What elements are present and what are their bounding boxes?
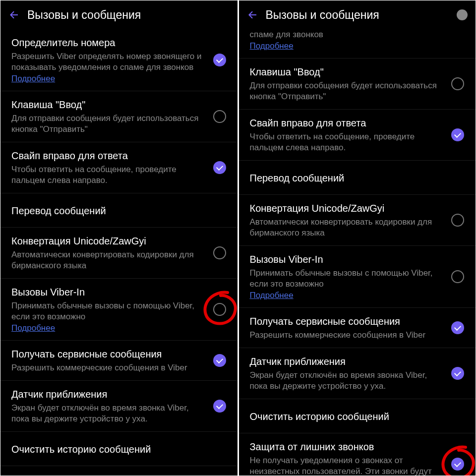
screenshot-right: Вызовы и сообщения спаме для звонковПодр… — [239, 0, 476, 476]
row-title: Вызовы Viber-In — [250, 253, 444, 266]
toggle-off-icon[interactable] — [449, 214, 467, 227]
more-link[interactable]: Подробнее — [11, 323, 55, 333]
settings-row[interactable]: Получать сервисные сообщенияРазрешить ко… — [239, 308, 476, 348]
settings-row[interactable]: Датчик приближенияЭкран будет отключён в… — [0, 381, 238, 432]
back-arrow-icon[interactable] — [244, 6, 261, 23]
toggle-off-icon[interactable] — [449, 77, 467, 90]
settings-row[interactable]: Получать сервисные сообщенияРазрешить ко… — [0, 341, 238, 381]
touch-indicator-icon — [457, 9, 468, 20]
section-title: Очистить историю сообщений — [250, 410, 465, 423]
row-description: Автоматически конвертировать кодировки д… — [250, 217, 444, 238]
header: Вызовы и сообщения — [239, 0, 476, 29]
toggle-on-icon[interactable] — [449, 367, 467, 380]
settings-row[interactable]: Определитель номераРазрешить Viber опред… — [0, 29, 238, 91]
row-description: Разрешить коммерческие сообщения в Viber — [11, 362, 206, 373]
settings-row[interactable]: Клавиша "Ввод"Для отправки сообщения буд… — [239, 59, 476, 110]
section-title: Перевод сообщений — [11, 204, 227, 217]
settings-row[interactable]: Датчик приближенияЭкран будет отключён в… — [239, 348, 476, 399]
more-link[interactable]: Подробнее — [250, 291, 294, 300]
section-header[interactable]: Перевод сообщений — [239, 161, 476, 195]
toggle-off-icon[interactable] — [211, 110, 229, 123]
toggle-on-icon[interactable] — [211, 400, 229, 413]
settings-row[interactable]: Свайп вправо для ответаЧтобы ответить на… — [239, 110, 476, 161]
row-title: Определитель номера — [11, 36, 206, 49]
row-title: Датчик приближения — [11, 388, 206, 401]
row-description: Чтобы ответить на сообщение, проведите п… — [250, 131, 444, 153]
settings-row[interactable]: Защита от лишних звонковНе получать увед… — [239, 433, 476, 476]
section-title: Очистить историю сообщений — [11, 443, 227, 456]
row-title: Клавиша "Ввод" — [11, 98, 206, 111]
row-description: Не получать уведомления о звонках от неи… — [250, 455, 444, 476]
section-header[interactable]: Очистить историю сообщений — [239, 399, 476, 433]
toggle-off-icon[interactable] — [449, 270, 467, 283]
row-description: Автоматически конвертировать кодировки д… — [11, 249, 206, 271]
settings-list[interactable]: Определитель номераРазрешить Viber опред… — [0, 29, 238, 476]
row-description: Для отправки сообщения будет использоват… — [11, 113, 206, 135]
section-header[interactable]: Перевод сообщений — [0, 193, 238, 228]
toggle-off-icon[interactable] — [211, 303, 229, 316]
toggle-on-icon[interactable] — [211, 161, 229, 174]
section-title: Перевод сообщений — [250, 172, 465, 184]
row-title: Вызовы Viber-In — [11, 286, 206, 298]
row-title: Конвертация Unicode/ZawGyi — [11, 235, 206, 247]
row-description: Разрешить Viber определять номер звоняще… — [11, 51, 206, 73]
toggle-off-icon[interactable] — [211, 246, 229, 259]
page-title: Вызовы и сообщения — [266, 8, 379, 22]
row-description: Принимать обычные вызовы с помощью Viber… — [250, 268, 444, 290]
row-title: Конвертация Unicode/ZawGyi — [250, 202, 444, 215]
row-description: Чтобы ответить на сообщение, проведите п… — [11, 164, 206, 186]
toggle-on-icon[interactable] — [211, 354, 229, 367]
toggle-on-icon[interactable] — [449, 128, 467, 141]
toggle-on-icon[interactable] — [211, 54, 229, 66]
settings-row[interactable]: Вызовы Viber-InПринимать обычные вызовы … — [239, 246, 476, 308]
settings-row[interactable]: Свайп вправо для ответаЧтобы ответить на… — [0, 142, 238, 193]
settings-row[interactable]: Клавиша "Ввод"Для отправки сообщения буд… — [0, 91, 238, 142]
row-title: Датчик приближения — [250, 355, 444, 368]
row-title: Свайп вправо для ответа — [250, 117, 444, 129]
toggle-on-icon[interactable] — [449, 321, 467, 334]
settings-row[interactable]: Конвертация Unicode/ZawGyiАвтоматически … — [0, 228, 238, 279]
settings-row-partial[interactable]: спаме для звонковПодробнее — [239, 29, 476, 59]
section-header[interactable]: Очистить историю сообщений — [0, 432, 238, 466]
row-description: спаме для звонков — [250, 29, 462, 40]
page-title: Вызовы и сообщения — [27, 8, 141, 22]
row-title: Получать сервисные сообщения — [250, 315, 444, 328]
row-title: Защита от лишних звонков — [250, 440, 444, 453]
row-title: Свайп вправо для ответа — [11, 149, 206, 162]
row-description: Для отправки сообщения будет использоват… — [250, 80, 444, 102]
more-link[interactable]: Подробнее — [11, 74, 55, 84]
back-arrow-icon[interactable] — [5, 6, 22, 23]
row-description: Экран будет отключён во время звонка Vib… — [11, 403, 206, 424]
settings-row[interactable]: Вызовы Viber-InПринимать обычные вызовы … — [0, 279, 238, 341]
row-title: Клавиша "Ввод" — [250, 65, 444, 78]
row-title: Получать сервисные сообщения — [11, 348, 206, 360]
row-description: Экран будет отключён во время звонка Vib… — [250, 370, 444, 392]
more-link[interactable]: Подробнее — [250, 41, 294, 51]
screenshot-left: Вызовы и сообщения Определитель номераРа… — [0, 0, 238, 476]
row-description: Принимать обычные вызовы с помощью Viber… — [11, 300, 206, 322]
header: Вызовы и сообщения — [0, 0, 238, 29]
row-description: Разрешить коммерческие сообщения в Viber — [250, 330, 444, 341]
settings-list[interactable]: спаме для звонковПодробнееКлавиша "Ввод"… — [239, 29, 476, 476]
toggle-on-icon[interactable] — [449, 458, 467, 471]
settings-row[interactable]: Конвертация Unicode/ZawGyiАвтоматически … — [239, 195, 476, 246]
